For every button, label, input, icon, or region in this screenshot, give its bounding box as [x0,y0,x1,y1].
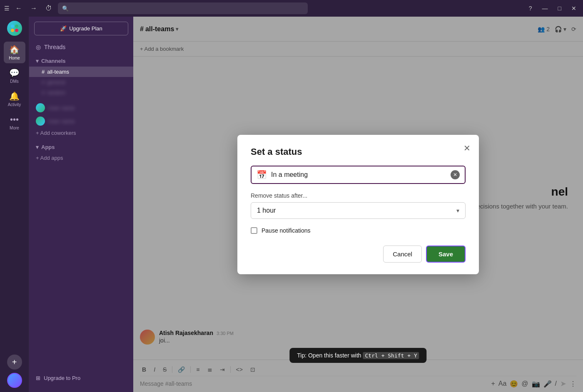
apps-header[interactable]: ▾ Apps [29,141,133,153]
tooltip: Tip: Open this faster with Ctrl + Shift … [289,348,426,363]
nav-add-button[interactable]: + [7,355,22,370]
hash-icon: # [42,69,45,75]
tooltip-shortcut: Ctrl + Shift + Y [363,352,419,359]
close-button[interactable]: ✕ [569,4,579,12]
dms-label: DMs [10,79,19,84]
pause-notifications-checkbox[interactable] [251,227,257,234]
dms-icon: 💬 [9,68,20,78]
title-bar: ☰ ← → ⏱ 🔍 ? — □ ✕ [0,0,583,17]
duration-value: 1 hour [257,207,456,214]
sidebar-user-item-2[interactable]: User name [29,114,133,128]
far-nav: 🏠 Home 💬 DMs 🔔 Activity ••• More + [0,17,29,392]
help-button[interactable]: ? [526,4,535,12]
svg-point-0 [11,25,14,28]
app-logo [7,21,22,36]
activity-label: Activity [8,102,21,107]
status-input-container[interactable]: 📅 ✕ [251,166,466,184]
grid-icon: ⊞ [36,375,40,381]
home-label: Home [9,56,20,60]
main-content: # all-teams ▾ 👥 2 🎧 ▾ ⟳ + [133,17,583,392]
cancel-button[interactable]: Cancel [383,246,422,263]
sidebar-item-threads[interactable]: ◎ Threads [29,40,133,54]
home-icon: 🏠 [9,45,20,55]
threads-icon: ◎ [36,44,41,50]
status-text-input[interactable] [271,171,446,179]
sidebar-channel-3[interactable]: # random [29,87,133,98]
nav-item-dms[interactable]: 💬 DMs [4,65,25,87]
modal-backdrop: Set a status ✕ 📅 ✕ Remove status after..… [133,17,583,392]
sidebar-channel-2[interactable]: # general [29,77,133,87]
sidebar-channels-section: ▾ Channels # all-teams # general # rando… [29,55,133,98]
nav-item-home[interactable]: 🏠 Home [4,42,25,63]
minimize-button[interactable]: — [540,4,551,12]
user-avatar[interactable] [7,373,22,388]
nav-bottom: + [7,355,22,388]
modal-title: Set a status [251,146,466,157]
forward-button[interactable]: → [28,4,40,13]
add-coworkers-button[interactable]: + Add coworkers [29,128,133,138]
modal-close-button[interactable]: ✕ [462,141,472,155]
maximize-button[interactable]: □ [556,4,564,12]
back-button[interactable]: ← [13,4,25,13]
svg-point-2 [11,29,14,32]
more-icon: ••• [10,115,19,124]
set-status-modal: Set a status ✕ 📅 ✕ Remove status after..… [237,135,479,274]
sidebar-user-item-blurred[interactable]: User name [29,101,133,114]
nav-item-activity[interactable]: 🔔 Activity [4,88,25,110]
save-button[interactable]: Save [426,246,466,263]
more-label: More [10,126,19,130]
status-clear-button[interactable]: ✕ [451,170,460,179]
activity-icon: 🔔 [9,91,20,101]
rocket-icon: 🚀 [60,25,67,32]
duration-select[interactable]: 1 hour ▾ [251,202,466,219]
svg-point-1 [15,25,18,28]
sidebar-channel-all-teams[interactable]: # all-teams [29,67,133,77]
hash-icon-2: # [42,79,45,85]
user-avatar-small [36,103,45,112]
address-bar: 🔍 [58,2,308,14]
hamburger-icon[interactable]: ☰ [4,5,10,12]
chevron-down-icon: ▾ [36,58,39,64]
pause-notifications-label: Pause notifications [262,227,311,234]
history-button[interactable]: ⏱ [43,4,55,13]
pause-notifications-row: Pause notifications [251,227,466,234]
channels-header[interactable]: ▾ Channels [29,55,133,67]
chevron-down-icon-apps: ▾ [36,144,39,150]
status-emoji: 📅 [257,170,267,180]
svg-point-3 [15,29,18,32]
modal-actions: Cancel Save [251,246,466,263]
upgrade-to-pro-button[interactable]: ⊞ Upgrade to Pro [36,372,127,384]
tooltip-text: Tip: Open this faster with [297,352,363,359]
title-bar-left: ☰ ← → ⏱ 🔍 [4,2,522,14]
user-avatar-small-2 [36,117,45,126]
remove-status-label: Remove status after... [251,192,466,199]
sidebar-footer: ⊞ Upgrade to Pro [29,368,133,388]
nav-item-more[interactable]: ••• More [4,112,25,133]
sidebar-upgrade-section: 🚀 Upgrade Plan [29,17,133,40]
sidebar: 🚀 Upgrade Plan ◎ Threads ▾ Channels # al… [29,17,133,392]
search-icon: 🔍 [62,5,69,12]
main-layout: 🏠 Home 💬 DMs 🔔 Activity ••• More + 🚀 Upg… [0,17,583,392]
upgrade-plan-button[interactable]: 🚀 Upgrade Plan [34,22,128,35]
title-bar-right: ? — □ ✕ [526,4,579,12]
add-apps-button[interactable]: + Add apps [29,153,133,163]
hash-icon-3: # [42,89,45,96]
duration-chevron-icon: ▾ [456,207,459,214]
